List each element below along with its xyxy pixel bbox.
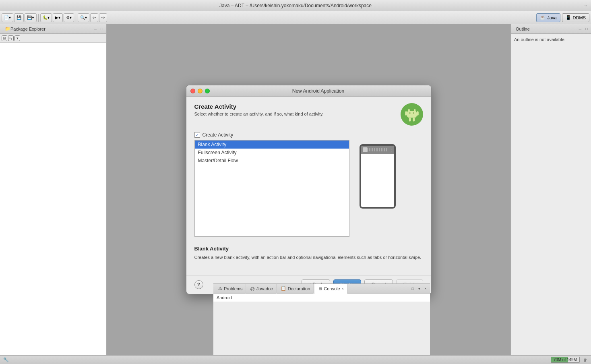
toolbar-nav-btn[interactable]: ⇦ bbox=[90, 13, 98, 22]
activity-type-list[interactable]: Blank Activity Fullscreen Activity Maste… bbox=[194, 140, 349, 237]
java-icon: ☕ bbox=[540, 15, 546, 20]
left-panel-minimize-btn[interactable]: ─ bbox=[93, 26, 98, 32]
phone-body bbox=[361, 154, 394, 207]
svg-point-8 bbox=[413, 112, 414, 114]
declaration-tab[interactable]: 📋 Declaration bbox=[277, 284, 314, 294]
activity-preview: ⋮ bbox=[353, 140, 402, 237]
android-logo-icon bbox=[401, 103, 423, 126]
dialog-header-text: Create Activity Select whether to create… bbox=[194, 103, 401, 116]
new-android-application-dialog: New Android Application Create Activity … bbox=[186, 85, 432, 294]
svg-rect-5 bbox=[409, 118, 411, 122]
toolbar-run-btn[interactable]: ▶▾ bbox=[53, 13, 63, 22]
console-content: Android bbox=[213, 294, 430, 302]
toolbar-debug-btn[interactable]: 🐛▾ bbox=[40, 13, 52, 22]
collapse-all-btn[interactable]: ⊟ bbox=[2, 35, 7, 41]
create-activity-label: Create Activity bbox=[203, 132, 234, 138]
toolbar-ext-btn[interactable]: ⚙▾ bbox=[64, 13, 74, 22]
svg-rect-4 bbox=[417, 111, 419, 116]
phone-action-bar: ⋮ bbox=[361, 146, 394, 154]
ddms-icon: 📱 bbox=[566, 15, 571, 20]
dialog-close-btn[interactable] bbox=[190, 89, 195, 93]
left-panel-toolbar: ⊟ ⇆ ▾ bbox=[0, 34, 106, 43]
create-activity-checkbox[interactable]: ✓ bbox=[194, 132, 200, 138]
bottom-panel-minimize-btn[interactable]: ─ bbox=[403, 286, 409, 292]
console-tab[interactable]: 🖥 Console × bbox=[314, 284, 347, 294]
blank-activity-item[interactable]: Blank Activity bbox=[195, 141, 349, 149]
dialog-title-bar: New Android Application bbox=[186, 85, 431, 97]
package-explorer-icon: 📁 bbox=[5, 26, 10, 31]
perspective-ddms-btn[interactable]: 📱 DDMS bbox=[562, 13, 589, 22]
bottom-panel-controls: ─ □ ▾ × bbox=[403, 286, 428, 292]
toolbar-save-all-btn[interactable]: 💾+ bbox=[25, 13, 37, 22]
svg-point-1 bbox=[413, 109, 415, 111]
svg-point-0 bbox=[408, 109, 410, 111]
bottom-panel-close-btn[interactable]: × bbox=[423, 286, 428, 292]
right-panel-maximize-btn[interactable]: □ bbox=[584, 26, 589, 32]
console-icon: 🖥 bbox=[318, 286, 322, 291]
right-panel-controls: ─ □ bbox=[577, 26, 589, 32]
phone-mockup: ⋮ bbox=[360, 144, 396, 209]
problems-icon: ⚠ bbox=[218, 286, 222, 291]
right-panel-minimize-btn[interactable]: ─ bbox=[577, 26, 583, 32]
phone-ab-nav bbox=[363, 147, 368, 152]
outline-message: An outline is not available. bbox=[511, 34, 591, 45]
left-panel-controls: ─ □ bbox=[93, 26, 105, 32]
console-close-btn[interactable]: × bbox=[342, 287, 344, 291]
workbench-icon: 🔧 bbox=[3, 357, 9, 362]
svg-rect-2 bbox=[407, 111, 417, 118]
toolbar-nav-fwd-btn[interactable]: ⇨ bbox=[99, 13, 107, 22]
status-right: 70M of 149M 🗑 bbox=[551, 357, 588, 363]
toolbar-right: ☕ Java 📱 DDMS bbox=[536, 13, 589, 22]
create-activity-row: ✓ Create Activity bbox=[194, 132, 423, 138]
javadoc-icon: @ bbox=[250, 286, 254, 291]
javadoc-tab[interactable]: @ Javadoc bbox=[247, 284, 276, 294]
problems-tab[interactable]: ⚠ Problems bbox=[215, 284, 246, 294]
activity-description: Blank Activity Creates a new blank activ… bbox=[194, 242, 423, 265]
dialog-title: New Android Application bbox=[210, 88, 427, 94]
toolbar-sep-2 bbox=[76, 14, 76, 22]
package-explorer-content bbox=[0, 43, 106, 364]
help-button[interactable]: ? bbox=[194, 280, 203, 289]
svg-rect-6 bbox=[413, 118, 415, 122]
bottom-panel-settings-btn[interactable]: ▾ bbox=[416, 286, 422, 292]
right-panel: Outline ─ □ An outline is not available. bbox=[510, 24, 591, 364]
left-panel-maximize-btn[interactable]: □ bbox=[99, 26, 105, 32]
toolbar-sep-1 bbox=[38, 14, 39, 22]
gc-button[interactable]: 🗑 bbox=[582, 357, 588, 363]
dialog-header: Create Activity Select whether to create… bbox=[194, 103, 423, 126]
perspective-java-btn[interactable]: ☕ Java bbox=[536, 13, 560, 22]
left-panel: 📁 Package Explorer ─ □ ⊟ ⇆ ▾ bbox=[0, 24, 107, 364]
dialog-zoom-btn[interactable] bbox=[205, 89, 210, 93]
bottom-tab-bar: ⚠ Problems @ Javadoc 📋 Declaration 🖥 Con… bbox=[213, 284, 430, 294]
title-bar: Java – ADT – /Users/keishin.yokomaku/Doc… bbox=[0, 0, 591, 11]
svg-rect-3 bbox=[405, 111, 407, 116]
activity-desc-title: Blank Activity bbox=[194, 246, 423, 252]
dialog-body: Create Activity Select whether to create… bbox=[186, 97, 431, 275]
android-robot-svg bbox=[402, 105, 422, 124]
toolbar-save-btn[interactable]: 💾 bbox=[14, 13, 24, 22]
activity-desc-text: Creates a new blank activity, with an ac… bbox=[194, 254, 423, 261]
package-explorer-tab[interactable]: 📁 Package Explorer bbox=[2, 24, 49, 34]
dialog-minimize-btn[interactable] bbox=[198, 89, 203, 93]
fullscreen-activity-item[interactable]: Fullscreen Activity bbox=[195, 149, 349, 157]
link-with-editor-btn[interactable]: ⇆ bbox=[8, 35, 14, 41]
main-toolbar: 📄▾ 💾 💾+ 🐛▾ ▶▾ ⚙▾ 🔍▾ ⇦ ⇨ ☕ Java 📱 DDMS bbox=[0, 11, 591, 24]
bottom-panel-maximize-btn[interactable]: □ bbox=[410, 286, 415, 292]
bottom-panel: ⚠ Problems @ Javadoc 📋 Declaration 🖥 Con… bbox=[213, 283, 430, 364]
toolbar-search-btn[interactable]: 🔍▾ bbox=[78, 13, 89, 22]
outline-tab[interactable]: Outline bbox=[512, 24, 533, 34]
svg-point-7 bbox=[409, 112, 410, 114]
panel-menu-btn[interactable]: ▾ bbox=[14, 35, 20, 41]
declaration-icon: 📋 bbox=[281, 286, 286, 291]
left-panel-tab-bar: 📁 Package Explorer ─ □ bbox=[0, 24, 106, 34]
memory-indicator[interactable]: 70M of 149M bbox=[551, 357, 580, 363]
resize-handle[interactable]: ↔ bbox=[584, 3, 588, 8]
dialog-create-activity-subtitle: Select whether to create an activity, an… bbox=[194, 112, 401, 116]
dialog-create-activity-title: Create Activity bbox=[194, 103, 401, 110]
toolbar-new-btn[interactable]: 📄▾ bbox=[2, 13, 13, 22]
center-content: New Android Application Create Activity … bbox=[107, 24, 510, 364]
main-layout: 📁 Package Explorer ─ □ ⊟ ⇆ ▾ bbox=[0, 24, 591, 364]
master-detail-item[interactable]: Master/Detail Flow bbox=[195, 157, 349, 165]
dialog-traffic-lights bbox=[190, 89, 210, 93]
phone-ab-title bbox=[369, 148, 388, 151]
